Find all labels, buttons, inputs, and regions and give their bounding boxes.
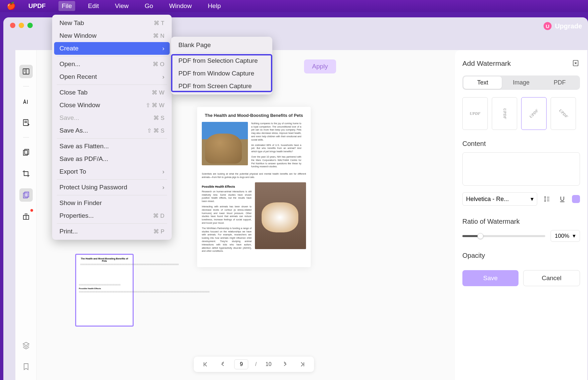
chevron-down-icon: ▾ [531,195,534,203]
menu-help[interactable]: Help [204,1,224,11]
page-input[interactable] [234,359,248,369]
sidebar-layers-button[interactable] [19,339,33,352]
tab-text[interactable]: Text [463,76,502,89]
apply-button[interactable]: Apply [304,59,336,73]
preset-vertical[interactable]: UPDF [492,97,517,130]
sidebar-annotate-button[interactable] [19,94,33,108]
menu-properties[interactable]: Properties...⌘ D [54,209,170,222]
file-dropdown: New Tab⌘ T New Window⌘ N Create› Open...… [52,15,172,240]
watermark-presets: UPDF UPDF UPDF UPDF [462,97,580,130]
svg-rect-5 [25,192,29,197]
line-spacing-icon[interactable] [541,193,553,205]
collapse-panel-icon[interactable] [572,59,580,67]
preset-diagonal-down[interactable]: UPDF [551,97,576,130]
menu-open[interactable]: Open...⌘ O [54,58,170,70]
sidebar-crop-button[interactable] [19,167,33,180]
ratio-value-select[interactable]: 100% ▾ [551,230,580,242]
menu-save-pdfa[interactable]: Save as PDF/A... [54,153,170,165]
menu-pdf-screen-capture[interactable]: PDF from Screen Capture [173,80,270,92]
window-maximize-button[interactable] [27,23,33,28]
menu-close-tab[interactable]: Close Tab⌘ W [54,86,170,99]
menu-export-to[interactable]: Export To› [54,165,170,178]
document-image-cat [202,122,248,165]
slider-thumb[interactable] [477,233,483,239]
page-navigator: / 10 [194,357,314,372]
preset-diagonal-up[interactable]: UPDF [521,97,547,130]
cancel-button[interactable]: Cancel [523,270,580,286]
next-page-button[interactable] [280,359,290,369]
document-page[interactable]: The Health and Mood-Boosting Benefits of… [197,107,311,267]
font-select[interactable]: Helvetica - Re... ▾ [462,192,537,206]
document-text-column-2: Possible Health Effects Research on huma… [202,182,252,255]
create-submenu: Blank Page PDF from Selection Capture PD… [171,37,272,94]
system-menubar: 🍎 UPDF File Edit View Go Window Help [0,0,588,12]
prev-page-button[interactable] [217,359,228,369]
page-thumbnail[interactable]: The Health and Mood-Boosting Benefits of… [75,254,134,327]
left-sidebar [15,50,37,380]
menu-pdf-selection-capture[interactable]: PDF from Selection Capture [173,54,270,67]
first-page-button[interactable] [200,359,210,369]
watermark-panel: Add Watermark Text Image PDF UPDF UPDF U… [455,50,587,380]
menu-create[interactable]: Create› [54,42,170,55]
sidebar-watermark-button[interactable] [19,188,33,202]
upgrade-button[interactable]: U Upgrade [544,22,582,30]
ratio-label: Ratio of Watermark [462,218,580,225]
sidebar-edit-button[interactable] [19,116,33,129]
menu-open-recent[interactable]: Open Recent› [54,70,170,83]
window-close-button[interactable] [10,23,15,28]
sidebar-bookmark-button[interactable] [19,360,33,373]
upgrade-icon: U [544,22,552,30]
menu-new-window[interactable]: New Window⌘ N [54,29,170,42]
document-text-column: Nothing compares to the joy of coming ho… [251,122,301,170]
upgrade-label: Upgrade [555,22,582,30]
menu-file[interactable]: File [58,1,76,11]
notification-dot-icon [30,209,33,212]
chevron-down-icon: ▾ [573,232,576,239]
tab-image[interactable]: Image [502,76,540,89]
menu-protect[interactable]: Protect Using Password› [54,181,170,194]
ratio-slider[interactable] [462,235,545,237]
page-total: 10 [264,361,274,367]
menu-go[interactable]: Go [141,1,156,11]
watermark-content-input[interactable] [462,152,580,186]
underline-icon[interactable] [557,193,568,205]
app-name[interactable]: UPDF [25,1,49,11]
chevron-right-icon: › [162,168,164,175]
menu-window[interactable]: Window [166,1,195,11]
page-separator: / [255,361,257,367]
menu-view[interactable]: View [112,1,132,11]
menu-show-finder[interactable]: Show in Finder [54,197,170,209]
last-page-button[interactable] [297,359,307,369]
menu-new-tab[interactable]: New Tab⌘ T [54,17,170,29]
document-title: The Health and Mood-Boosting Benefits of… [202,113,306,119]
window-minimize-button[interactable] [19,23,24,28]
menu-save: Save...⌘ S [54,112,170,124]
chevron-right-icon: › [162,73,164,80]
watermark-type-tabs: Text Image PDF [462,75,580,90]
menu-print[interactable]: Print...⌘ P [54,225,170,238]
sidebar-reader-button[interactable] [19,65,33,78]
menu-close-window[interactable]: Close Window⇧ ⌘ W [54,99,170,112]
tab-pdf[interactable]: PDF [541,76,579,89]
menu-blank-page[interactable]: Blank Page [173,39,270,51]
save-button[interactable]: Save [462,270,519,286]
panel-title: Add Watermark [462,59,511,67]
window-controls [10,23,33,28]
menu-save-as[interactable]: Save As...⇧ ⌘ S [54,124,170,137]
preset-horizontal[interactable]: UPDF [462,97,488,130]
menu-save-flatten[interactable]: Save as Flatten... [54,140,170,153]
menu-pdf-window-capture[interactable]: PDF from Window Capture [173,67,270,80]
chevron-right-icon: › [162,45,164,52]
document-text-full: Scientists are looking at what the poten… [202,172,306,179]
color-picker[interactable] [572,195,580,203]
document-image-dog [255,182,306,249]
chevron-right-icon: › [162,184,164,191]
menu-edit[interactable]: Edit [85,1,102,11]
sidebar-organize-button[interactable] [19,146,33,159]
apple-logo-icon[interactable]: 🍎 [7,2,16,10]
sidebar-gift-button[interactable] [19,210,33,223]
content-label: Content [462,140,580,148]
opacity-label: Opacity [462,252,580,259]
